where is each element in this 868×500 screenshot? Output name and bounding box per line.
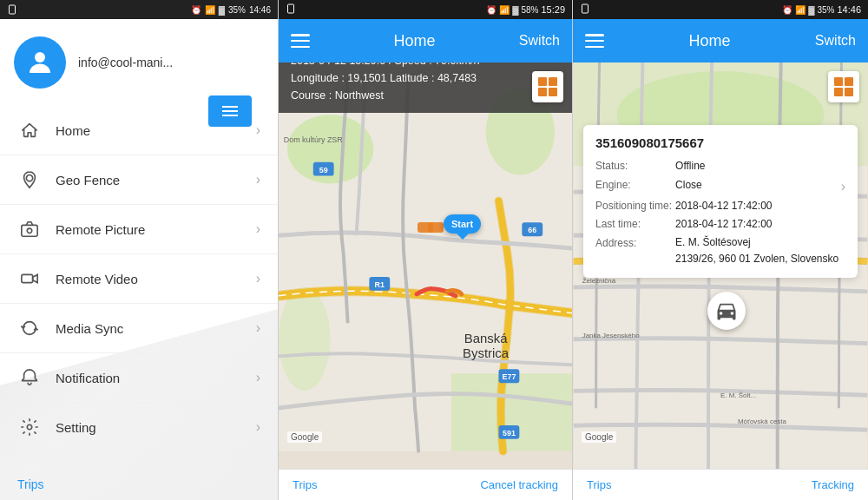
alarm-icon-3: ⏰	[782, 5, 792, 15]
status-bar-left-1	[7, 4, 17, 15]
menu-selected-indicator	[208, 95, 252, 127]
lasttime-label: Last time:	[595, 215, 672, 234]
status-bar-right-1: ⏰ 📶 ▓ 35% 14:46	[191, 5, 271, 15]
map-area-2: R1 E77 591 66 59 Banská Bystrica Dom kul…	[279, 62, 572, 469]
info-line2: Longitude : 19,1501 Latitude : 48,7483	[291, 69, 560, 87]
menu-button-3[interactable]	[585, 34, 604, 48]
positioning-value: 2018-04-12 17:42:00	[675, 197, 838, 216]
chevron-remote-video: ›	[256, 271, 260, 286]
engine-arrow[interactable]: ›	[841, 176, 845, 197]
layer-icon-inner-2	[538, 77, 557, 96]
svg-text:Bystrica: Bystrica	[463, 346, 510, 360]
svg-text:Móťovská cesta: Móťovská cesta	[738, 418, 787, 425]
signal-icon-2: ▓	[512, 5, 518, 15]
sidebar-item-geo-fence[interactable]: Geo Fence ›	[0, 155, 278, 205]
trips-link-3[interactable]: Trips	[587, 478, 611, 491]
status-icons-3: ⏰ 📶 ▓ 35% 14:46	[782, 4, 861, 15]
sidebar-item-media-sync[interactable]: Media Sync ›	[0, 304, 278, 353]
svg-text:59: 59	[319, 166, 328, 174]
time-3: 14:46	[837, 4, 861, 15]
sidebar-item-remote-video[interactable]: Remote Video ›	[0, 254, 278, 304]
sidebar-nav: Home › Geo Fence › Remote Picture › Remo…	[0, 106, 278, 469]
time-1: 14:46	[249, 5, 271, 15]
status-bar-1: ⏰ 📶 ▓ 35% 14:46	[0, 0, 278, 19]
sidebar-item-notification[interactable]: Notification ›	[0, 353, 278, 403]
svg-point-6	[27, 424, 32, 430]
svg-text:591: 591	[503, 429, 516, 438]
svg-point-4	[27, 228, 32, 234]
app-header-3: Home Switch	[573, 19, 868, 62]
start-pin: Start	[444, 214, 481, 234]
svg-text:Dom kultúry ZSR: Dom kultúry ZSR	[284, 135, 344, 144]
status-value: Offline	[675, 157, 838, 176]
svg-rect-5	[22, 274, 33, 282]
start-label: Start	[451, 219, 473, 229]
svg-point-1	[35, 52, 45, 62]
sidebar-profile: info@cool-mani...	[0, 19, 278, 106]
app-header-2: Home Switch	[279, 19, 572, 62]
car-icon	[714, 299, 739, 323]
engine-value: Close	[675, 176, 838, 195]
car-marker	[707, 292, 746, 330]
svg-text:66: 66	[528, 226, 536, 234]
alarm-icon-1: ⏰	[191, 5, 201, 15]
svg-text:Banská: Banská	[464, 332, 508, 345]
lasttime-value: 2018-04-12 17:42:00	[675, 215, 838, 234]
svg-rect-0	[10, 5, 16, 14]
video-icon	[17, 266, 42, 291]
sidebar-item-remote-picture[interactable]: Remote Picture ›	[0, 205, 278, 254]
switch-button-2[interactable]: Switch	[519, 33, 560, 49]
layer-toggle-button-3[interactable]	[828, 71, 859, 102]
battery-3: 35%	[817, 5, 834, 15]
menu-selected-icon	[222, 106, 238, 116]
svg-point-2	[26, 175, 32, 181]
svg-rect-26	[582, 4, 589, 13]
wifi-icon-1: 📶	[205, 5, 215, 15]
signal-icon-1: ▓	[219, 5, 225, 15]
positioning-label: Positioning time:	[595, 197, 672, 216]
sync-icon	[17, 316, 42, 340]
address-value: E. M. Šoltésovej2139/26, 960 01 Zvolen, …	[675, 234, 845, 267]
time-2: 15:29	[541, 4, 565, 15]
status-bar-3: ⏰ 📶 ▓ 35% 14:46	[573, 0, 868, 19]
chevron-geo-fence: ›	[256, 172, 260, 188]
layer-icon-inner-3	[834, 77, 853, 96]
status-bar-left-3	[580, 2, 590, 17]
geo-fence-icon	[17, 168, 42, 192]
chevron-remote-picture: ›	[256, 221, 260, 237]
menu-button-2[interactable]	[291, 34, 310, 48]
svg-point-12	[279, 287, 331, 391]
map-bottom-bar-2: Trips Cancel tracking	[279, 469, 572, 500]
svg-text:E77: E77	[502, 372, 516, 381]
header-title-2: Home	[393, 32, 435, 50]
avatar-icon	[24, 47, 56, 78]
battery-2: 58%	[521, 5, 538, 15]
switch-button-3[interactable]: Switch	[815, 33, 856, 49]
svg-text:Železničná: Železničná	[582, 277, 616, 285]
alarm-icon-2: ⏰	[486, 5, 496, 15]
status-icons-2: ⏰ 📶 ▓ 58% 15:29	[486, 4, 565, 15]
tracking-button[interactable]: Tracking	[812, 478, 854, 491]
svg-text:E. M. Šolt...: E. M. Šolt...	[720, 391, 756, 399]
sidebar-item-setting[interactable]: Setting ›	[0, 403, 278, 452]
wifi-icon-3: 📶	[795, 5, 806, 15]
panel-device: ⏰ 📶 ▓ 35% 14:46 Home Switch	[573, 0, 868, 500]
engine-label: Engine:	[595, 176, 672, 195]
signal-icon-3: ▓	[808, 5, 814, 15]
avatar	[14, 36, 66, 89]
header-title-3: Home	[688, 32, 730, 50]
address-label: Address:	[595, 234, 672, 253]
trips-link-2[interactable]: Trips	[293, 478, 317, 491]
status-bar-left-2	[286, 2, 296, 17]
chevron-home: ›	[256, 122, 260, 138]
wifi-icon-2: 📶	[499, 5, 510, 15]
svg-text:R1: R1	[375, 280, 385, 289]
phone-icon-3	[580, 3, 590, 14]
svg-rect-7	[288, 4, 294, 13]
layer-toggle-button-2[interactable]	[532, 71, 563, 102]
trips-link-1[interactable]: Trips	[0, 469, 278, 500]
cancel-tracking-button[interactable]: Cancel tracking	[480, 478, 558, 491]
map-area-3: 5. mája Antona B... Železničná Janka Jes…	[573, 62, 868, 469]
chevron-notification: ›	[256, 370, 260, 385]
device-info-card: 351609080175667 Status: Offline Engine: …	[583, 125, 858, 278]
